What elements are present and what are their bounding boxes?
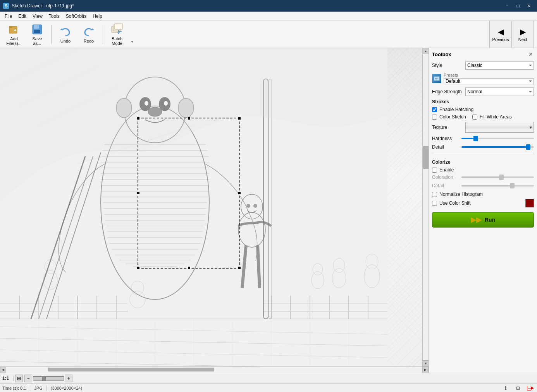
enable-hatching-row: Enable Hatching xyxy=(432,107,534,112)
zoom-slider[interactable] xyxy=(33,376,64,381)
coloration-row: Coloration xyxy=(432,175,534,180)
enable-colorize-checkbox[interactable] xyxy=(432,168,437,173)
normalize-histogram-label[interactable]: Normalize Histogram xyxy=(439,192,483,197)
save-as-button[interactable]: Saveas... xyxy=(26,23,48,46)
normalize-histogram-checkbox[interactable] xyxy=(432,192,437,197)
style-row: Style Classic xyxy=(432,61,534,70)
toolbar: AddFile(s)... Saveas... Undo xyxy=(0,21,537,48)
scroll-track-vertical[interactable] xyxy=(423,54,429,360)
edge-strength-label: Edge Strength xyxy=(432,89,463,94)
maximize-button[interactable]: □ xyxy=(513,2,523,10)
use-color-shift-row: Use Color Shift xyxy=(432,199,534,207)
menu-edit[interactable]: Edit xyxy=(15,13,29,20)
color-sketch-checkbox[interactable] xyxy=(432,115,437,120)
canvas-wrapper: ▲ ▼ ◀ ▶ xyxy=(0,48,429,373)
share-button[interactable]: ⊡ xyxy=(514,384,522,392)
sketch-content xyxy=(0,48,422,366)
canvas-scrollbar-vertical[interactable]: ▲ ▼ xyxy=(422,48,429,366)
next-button[interactable]: ▶ Next xyxy=(512,21,534,48)
style-select[interactable]: Classic xyxy=(465,61,534,70)
previous-icon: ◀ xyxy=(498,27,504,36)
run-icon: ▶▶ xyxy=(471,216,482,224)
detail-slider-thumb[interactable] xyxy=(526,144,530,150)
scroll-down-button[interactable]: ▼ xyxy=(423,360,429,366)
scroll-thumb-horizontal[interactable] xyxy=(48,368,214,371)
scroll-track-horizontal[interactable] xyxy=(6,367,422,373)
scroll-left-button[interactable]: ◀ xyxy=(0,367,6,373)
zoom-controls: − + xyxy=(24,375,72,382)
zoom-thumb[interactable] xyxy=(42,376,46,381)
detail-label: Detail xyxy=(432,144,459,150)
app-icon: S xyxy=(3,3,9,9)
svg-rect-7 xyxy=(38,25,38,27)
coloration-slider-track xyxy=(461,176,534,178)
scroll-right-button[interactable]: ▶ xyxy=(422,367,429,373)
video-button[interactable]: You xyxy=(526,384,535,392)
canvas-scrollbar-horizontal[interactable]: ◀ ▶ xyxy=(0,366,429,373)
enable-colorize-label[interactable]: Enable xyxy=(439,167,454,173)
color-sketch-container: Color Sketch xyxy=(432,114,466,120)
texture-preview[interactable]: ▼ xyxy=(465,122,534,133)
hardness-slider-track[interactable] xyxy=(461,138,534,139)
edge-strength-select[interactable]: Normal xyxy=(465,87,534,96)
previous-button[interactable]: ◀ Previous xyxy=(490,21,511,48)
menu-bar: File Edit View Tools SoftOrbits Help xyxy=(0,12,537,21)
toolbox-close-button[interactable]: ✕ xyxy=(528,51,534,57)
toolbox-panel: Toolbox ✕ Style Classic Presets xyxy=(429,48,537,373)
scroll-up-button[interactable]: ▲ xyxy=(423,48,429,54)
info-button[interactable]: ℹ xyxy=(501,384,510,392)
detail-slider-fill xyxy=(461,146,528,148)
menu-view[interactable]: View xyxy=(29,13,46,20)
canvas-area[interactable] xyxy=(0,48,422,366)
zoom-plus-button[interactable]: + xyxy=(65,375,72,382)
status-bar: Time (s): 0.1 JPG (3000×2000×24) ℹ ⊡ You xyxy=(0,383,537,392)
color-sketch-label[interactable]: Color Sketch xyxy=(439,114,466,120)
presets-select[interactable]: Default xyxy=(444,78,534,84)
minimize-button[interactable]: − xyxy=(502,2,512,10)
undo-label: Undo xyxy=(60,39,71,43)
scroll-thumb-vertical[interactable] xyxy=(423,146,429,169)
navigation-buttons: ◀ Previous ▶ Next xyxy=(489,21,534,48)
enable-hatching-label[interactable]: Enable Hatching xyxy=(439,107,473,112)
normalize-histogram-row: Normalize Histogram xyxy=(432,192,534,197)
toolbar-dropdown-arrow[interactable]: ▼ xyxy=(129,23,135,46)
menu-help[interactable]: Help xyxy=(90,13,105,20)
batch-mode-button[interactable]: BatchMode xyxy=(106,23,128,46)
color-shift-swatch[interactable] xyxy=(525,199,534,207)
menu-file[interactable]: File xyxy=(2,13,15,20)
redo-button[interactable]: Redo xyxy=(78,23,100,46)
hardness-slider-thumb[interactable] xyxy=(473,136,478,141)
run-button[interactable]: ▶▶ Run xyxy=(432,212,534,228)
add-files-button[interactable]: AddFile(s)... xyxy=(3,23,25,46)
texture-dropdown-arrow: ▼ xyxy=(529,125,533,130)
strokes-section-label: Strokes xyxy=(432,99,534,104)
next-icon: ▶ xyxy=(520,27,526,36)
presets-row: Presets Default xyxy=(432,73,534,84)
fill-white-areas-checkbox[interactable] xyxy=(472,115,477,120)
detail-slider-track[interactable] xyxy=(461,146,534,148)
fill-white-areas-label[interactable]: Fill White Areas xyxy=(480,114,512,120)
use-color-shift-checkbox[interactable] xyxy=(432,201,437,206)
svg-point-85 xyxy=(246,204,250,208)
redo-label: Redo xyxy=(84,39,94,43)
presets-label: Presets xyxy=(444,73,534,77)
enable-hatching-checkbox[interactable] xyxy=(432,107,437,112)
undo-button[interactable]: Undo xyxy=(55,23,76,46)
main-layout: ▲ ▼ ◀ ▶ Toolbox ✕ Style Classic xyxy=(0,48,537,373)
canvas-inner: ▲ ▼ xyxy=(0,48,429,366)
colorize-section: Colorize Enable Coloration Detail xyxy=(432,153,534,207)
use-color-shift-label[interactable]: Use Color Shift xyxy=(439,200,471,206)
menu-tools[interactable]: Tools xyxy=(46,13,63,20)
close-button[interactable]: ✕ xyxy=(524,2,534,10)
batch-icon xyxy=(111,23,123,36)
zoom-fit-button[interactable]: ⊞ xyxy=(15,375,23,382)
menu-softorbits[interactable]: SoftOrbits xyxy=(63,13,90,20)
zoom-minus-button[interactable]: − xyxy=(24,375,32,382)
fill-white-areas-container: Fill White Areas xyxy=(472,114,512,120)
svg-rect-6 xyxy=(34,30,40,33)
detail-colorize-slider-track xyxy=(461,185,534,187)
status-sep-2 xyxy=(30,385,30,391)
texture-label: Texture xyxy=(432,125,463,130)
toolbox-header: Toolbox ✕ xyxy=(432,51,534,57)
svg-point-86 xyxy=(253,204,257,208)
